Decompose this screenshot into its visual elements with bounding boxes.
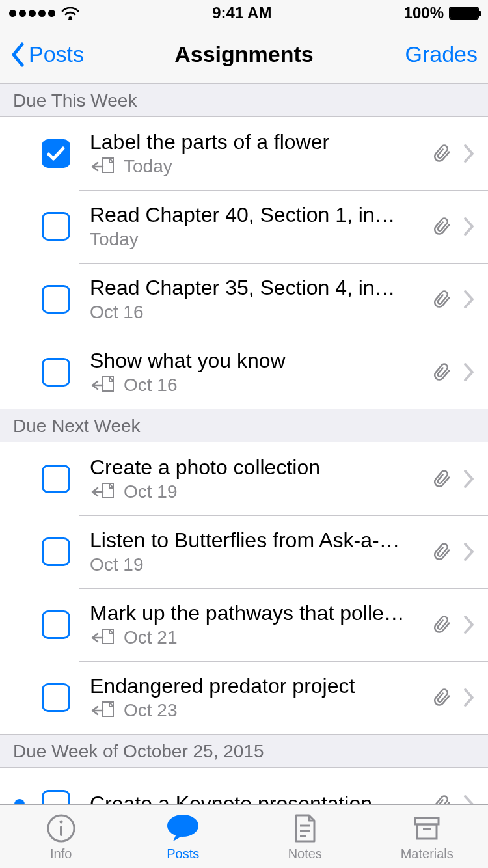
chevron-right-icon xyxy=(463,615,475,634)
attachment-icon xyxy=(432,614,452,636)
tab-bar: InfoPostsNotesMaterials xyxy=(0,804,488,868)
due-date: Oct 16 xyxy=(124,374,177,396)
assignment-row[interactable]: Mark up the pathways that polle…Oct 21 xyxy=(0,588,488,661)
due-date: Oct 19 xyxy=(90,554,143,576)
chevron-right-icon xyxy=(463,144,475,163)
row-accessories xyxy=(432,215,475,237)
assignment-row[interactable]: Create a Keynote presentation… xyxy=(0,768,488,804)
row-body: Read Chapter 35, Section 4, in…Oct 16 xyxy=(90,275,424,323)
assignment-title: Endangered predator project xyxy=(90,673,424,698)
row-body: Read Chapter 40, Section 1, in…Today xyxy=(90,202,424,251)
row-accessories xyxy=(432,541,475,563)
unread-indicator-icon xyxy=(14,799,25,804)
handin-icon xyxy=(90,628,116,647)
svg-point-7 xyxy=(59,821,62,824)
assignment-title: Create a photo collection xyxy=(90,455,424,480)
completion-checkbox[interactable] xyxy=(42,285,70,314)
note-page-icon xyxy=(292,811,318,845)
row-body: Endangered predator projectOct 23 xyxy=(90,673,424,722)
attachment-icon xyxy=(432,468,452,490)
assignment-row[interactable]: Show what you knowOct 16 xyxy=(0,336,488,409)
assignment-row[interactable]: Read Chapter 40, Section 1, in…Today xyxy=(0,190,488,263)
tab-label: Notes xyxy=(288,847,322,861)
status-bar: 9:41 AM 100% xyxy=(0,0,488,26)
completion-checkbox[interactable] xyxy=(42,683,70,712)
handin-icon xyxy=(90,375,116,395)
battery-icon xyxy=(449,7,479,20)
attachment-icon xyxy=(432,288,452,310)
due-date: Today xyxy=(90,228,139,251)
completion-checkbox[interactable] xyxy=(42,212,70,241)
chevron-right-icon xyxy=(463,362,475,382)
row-subtitle: Oct 19 xyxy=(90,554,424,576)
status-left xyxy=(9,6,80,20)
battery-percent: 100% xyxy=(404,4,444,22)
section-header: Due Week of October 25, 2015 xyxy=(0,734,488,768)
row-body: Create a photo collectionOct 19 xyxy=(90,455,424,503)
attachment-icon xyxy=(432,541,452,563)
assignment-title: Read Chapter 40, Section 1, in… xyxy=(90,202,424,227)
section-header: Due Next Week xyxy=(0,409,488,442)
assignment-row[interactable]: Listen to Butterflies from Ask-a-…Oct 19 xyxy=(0,515,488,588)
section-header: Due This Week xyxy=(0,83,488,117)
assignment-row[interactable]: Create a photo collectionOct 19 xyxy=(0,442,488,515)
handin-icon xyxy=(90,157,116,176)
section-group: Label the parts of a flowerTodayRead Cha… xyxy=(0,117,488,409)
tab-posts[interactable]: Posts xyxy=(122,805,245,868)
assignment-row[interactable]: Endangered predator projectOct 23 xyxy=(0,661,488,734)
assignment-row[interactable]: Read Chapter 35, Section 4, in…Oct 16 xyxy=(0,263,488,336)
row-accessories xyxy=(432,288,475,310)
assignment-title: Mark up the pathways that polle… xyxy=(90,601,424,625)
completion-checkbox[interactable] xyxy=(42,537,70,566)
svg-point-9 xyxy=(167,815,198,837)
svg-rect-8 xyxy=(60,826,62,836)
assignment-title: Read Chapter 35, Section 4, in… xyxy=(90,275,424,300)
assignment-row[interactable]: Label the parts of a flowerToday xyxy=(0,117,488,190)
row-body: Show what you knowOct 16 xyxy=(90,348,424,396)
chevron-right-icon xyxy=(463,217,475,236)
tab-label: Posts xyxy=(167,847,199,861)
row-subtitle: Oct 19 xyxy=(90,481,424,503)
row-accessories xyxy=(432,614,475,636)
row-body: Label the parts of a flowerToday xyxy=(90,129,424,178)
handin-icon xyxy=(90,482,116,502)
completion-checkbox[interactable] xyxy=(42,139,70,168)
box-icon xyxy=(411,811,442,845)
signal-strength-icon xyxy=(9,10,55,17)
grades-button[interactable]: Grades xyxy=(405,42,478,67)
row-subtitle: Today xyxy=(90,228,424,251)
completion-checkbox[interactable] xyxy=(42,790,70,804)
row-accessories xyxy=(432,793,475,804)
due-date: Oct 21 xyxy=(124,627,177,649)
attachment-icon xyxy=(432,215,452,237)
completion-checkbox[interactable] xyxy=(42,465,70,493)
assignments-list[interactable]: Due This WeekLabel the parts of a flower… xyxy=(0,83,488,804)
tab-materials[interactable]: Materials xyxy=(366,805,489,868)
due-date: Today xyxy=(124,156,172,178)
tab-label: Materials xyxy=(401,847,454,861)
chat-bubble-icon xyxy=(165,811,201,845)
info-circle-icon xyxy=(46,811,77,845)
svg-rect-14 xyxy=(417,824,437,839)
tab-info[interactable]: Info xyxy=(0,805,122,868)
due-date: Oct 19 xyxy=(124,481,177,503)
completion-checkbox[interactable] xyxy=(42,610,70,639)
row-subtitle: Oct 21 xyxy=(90,627,424,649)
row-subtitle: Today xyxy=(90,156,424,178)
section-group: Create a Keynote presentation… xyxy=(0,768,488,804)
row-subtitle: Oct 23 xyxy=(90,699,424,722)
tab-notes[interactable]: Notes xyxy=(244,805,366,868)
row-subtitle: Oct 16 xyxy=(90,301,424,323)
row-accessories xyxy=(432,686,475,709)
navigation-bar: Posts Assignments Grades xyxy=(0,26,488,83)
assignment-title: Listen to Butterflies from Ask-a-… xyxy=(90,528,424,552)
back-label: Posts xyxy=(29,42,84,67)
attachment-icon xyxy=(432,793,452,804)
tab-label: Info xyxy=(50,847,72,861)
status-right: 100% xyxy=(404,4,479,22)
status-time: 9:41 AM xyxy=(212,4,271,22)
back-button[interactable]: Posts xyxy=(10,42,84,67)
assignment-title: Label the parts of a flower xyxy=(90,129,424,154)
row-subtitle: Oct 16 xyxy=(90,374,424,396)
completion-checkbox[interactable] xyxy=(42,358,70,387)
